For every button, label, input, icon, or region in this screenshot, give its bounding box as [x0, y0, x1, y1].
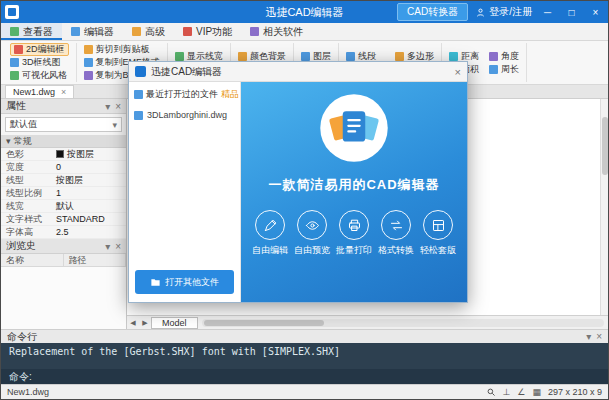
- feature-format-convert[interactable]: 格式转换: [376, 210, 416, 257]
- vip-tab-icon: [183, 27, 192, 36]
- show-lineweight-icon: [175, 52, 184, 61]
- command-output-line: Replacement of the [Gerbst.SHX] font wit…: [9, 346, 600, 357]
- property-row-linetype[interactable]: 线型按图层: [1, 174, 126, 187]
- scrollbar-thumb[interactable]: [602, 117, 608, 175]
- app-logo: [318, 92, 390, 164]
- dialog-title: 迅捷CAD编辑器: [151, 65, 222, 79]
- command-output: Replacement of the [Gerbst.SHX] font wit…: [1, 343, 608, 369]
- menu-tab-viewer[interactable]: 查看器: [1, 23, 62, 40]
- 3d-wireframe-icon: [10, 58, 19, 67]
- menu-tab-advanced[interactable]: 高级: [123, 23, 174, 40]
- property-row-lineweight[interactable]: 线宽默认: [1, 200, 126, 213]
- property-row-textstyle[interactable]: 文字样式STANDARD: [1, 213, 126, 226]
- feature-batch-print[interactable]: 批量打印: [334, 210, 374, 257]
- dialog-slogan: 一款简洁易用的CAD编辑器: [268, 176, 439, 194]
- history-file-list[interactable]: [1, 267, 126, 329]
- open-file-button[interactable]: 打开其他文件: [135, 270, 234, 294]
- ribbon-cut-button[interactable]: 剪切到剪贴板: [84, 43, 161, 56]
- login-link[interactable]: 登录/注册: [475, 5, 532, 19]
- editor-tab-icon: [71, 27, 80, 36]
- chevron-down-icon[interactable]: ▾: [586, 331, 591, 342]
- zoom-icon[interactable]: [486, 387, 496, 397]
- column-name: 名称: [1, 254, 64, 266]
- copy-emf-icon: [84, 58, 93, 67]
- line-icon: [346, 52, 355, 61]
- command-input[interactable]: [38, 371, 600, 382]
- dwg-file-icon: [134, 111, 143, 120]
- menu-tab-label: 高级: [145, 25, 165, 39]
- menu-tab-vip[interactable]: VIP功能: [174, 23, 241, 40]
- command-prompt-label: 命令:: [9, 370, 32, 384]
- recent-files-pane: 最近打开过的文件 精品 3DLamborghini.dwg 打开其他文件: [129, 82, 241, 302]
- ribbon-3d-wireframe-button[interactable]: 3D框线图: [10, 56, 69, 69]
- menu-tab-related[interactable]: 相关软件: [241, 23, 312, 40]
- ribbon-visual-style-button[interactable]: 可视化风格: [10, 69, 69, 82]
- feature-easy-template[interactable]: 轻松套版: [418, 210, 458, 257]
- menu-tab-label: VIP功能: [196, 25, 232, 39]
- property-row-ltscale[interactable]: 线型比例1: [1, 187, 126, 200]
- properties-section-general[interactable]: ▾ 常规: [1, 135, 126, 148]
- history-column-headers: 名称 路径: [1, 254, 126, 267]
- maximize-button[interactable]: □: [563, 7, 580, 18]
- layout-tab-bar: ◀ ▶ Model: [127, 315, 608, 329]
- feature-free-preview[interactable]: 自由预览: [292, 210, 332, 257]
- perimeter-icon: [489, 65, 498, 74]
- section-label: 常规: [14, 135, 32, 148]
- tab-close-icon[interactable]: ×: [61, 87, 66, 97]
- menu-tab-editor[interactable]: 编辑器: [62, 23, 123, 40]
- preset-dropdown[interactable]: 默认值 ▾: [5, 117, 122, 132]
- recent-file-item[interactable]: 3DLamborghini.dwg: [134, 110, 235, 120]
- dialog-close-icon[interactable]: ×: [455, 66, 461, 78]
- layers-icon: [301, 52, 310, 61]
- dialog-title-bar: 迅捷CAD编辑器 ×: [129, 62, 467, 82]
- minimize-button[interactable]: ─: [539, 7, 556, 18]
- 2d-edit-icon: [14, 45, 23, 54]
- chevron-down-icon[interactable]: ▾: [105, 101, 110, 112]
- distance-icon: [449, 52, 458, 61]
- color-bg-icon: [238, 52, 247, 61]
- premium-link[interactable]: 精品: [221, 88, 239, 101]
- properties-panel-header: 属性 ▾ ×: [1, 99, 126, 114]
- chevron-down-icon[interactable]: ▾: [105, 241, 110, 252]
- preset-value: 默认值: [10, 118, 37, 131]
- grid-icon[interactable]: ▦: [532, 387, 541, 397]
- vertical-scrollbar[interactable]: [600, 99, 608, 315]
- ortho-icon[interactable]: ⊥: [503, 387, 511, 397]
- feature-free-edit[interactable]: 自由编辑: [250, 210, 290, 257]
- property-row-width[interactable]: 宽度0: [1, 161, 126, 174]
- properties-panel-title: 属性: [6, 99, 26, 113]
- feature-row: 自由编辑 自由预览 批量打印 格式转换: [241, 210, 467, 257]
- tab-scroll-right-icon[interactable]: ▶: [139, 319, 151, 327]
- ribbon-perimeter-button[interactable]: 周长: [489, 63, 519, 76]
- scrollbar-thumb[interactable]: [204, 320, 324, 326]
- viewer-tab-icon: [10, 27, 19, 36]
- angle-snap-icon[interactable]: ∠: [517, 387, 525, 397]
- document-tab[interactable]: New1.dwg ×: [5, 85, 74, 98]
- user-icon: [475, 7, 486, 18]
- ribbon-angle-button[interactable]: 角度: [489, 50, 519, 63]
- ribbon-group-view: 2D编辑框 3D框线图 可视化风格: [3, 43, 77, 82]
- properties-panel: 属性 ▾ × 默认值 ▾ ▾ 常规 色彩按图层 宽度0 线型按图层 线型比例1 …: [1, 99, 127, 329]
- command-panel-title: 命令行: [7, 330, 37, 344]
- tab-scroll-left-icon[interactable]: ◀: [127, 319, 139, 327]
- chevron-down-icon: ▾: [6, 136, 11, 146]
- copy-bmp-icon: [84, 71, 93, 80]
- angle-icon: [489, 52, 498, 61]
- ribbon-2d-edit-button[interactable]: 2D编辑框: [10, 43, 69, 56]
- close-button[interactable]: ×: [587, 7, 604, 18]
- document-tab-label: New1.dwg: [13, 87, 55, 97]
- command-prompt-row: 命令:: [1, 369, 608, 384]
- cut-icon: [84, 45, 93, 54]
- panel-close-icon[interactable]: ×: [115, 241, 121, 252]
- panel-close-icon[interactable]: ×: [115, 101, 121, 112]
- model-tab[interactable]: Model: [151, 317, 198, 329]
- panel-close-icon[interactable]: ×: [596, 331, 602, 342]
- horizontal-scrollbar[interactable]: [202, 319, 604, 327]
- dialog-promo-pane: 一款简洁易用的CAD编辑器 自由编辑 自由预览 批量打印: [241, 82, 467, 302]
- menu-tab-label: 查看器: [23, 25, 53, 39]
- chevron-down-icon: ▾: [112, 120, 117, 130]
- cad-converter-button[interactable]: CAD转换器: [397, 3, 468, 21]
- property-row-textheight[interactable]: 字体高2.5: [1, 226, 126, 239]
- property-row-color[interactable]: 色彩按图层: [1, 148, 126, 161]
- menu-tab-label: 相关软件: [263, 25, 303, 39]
